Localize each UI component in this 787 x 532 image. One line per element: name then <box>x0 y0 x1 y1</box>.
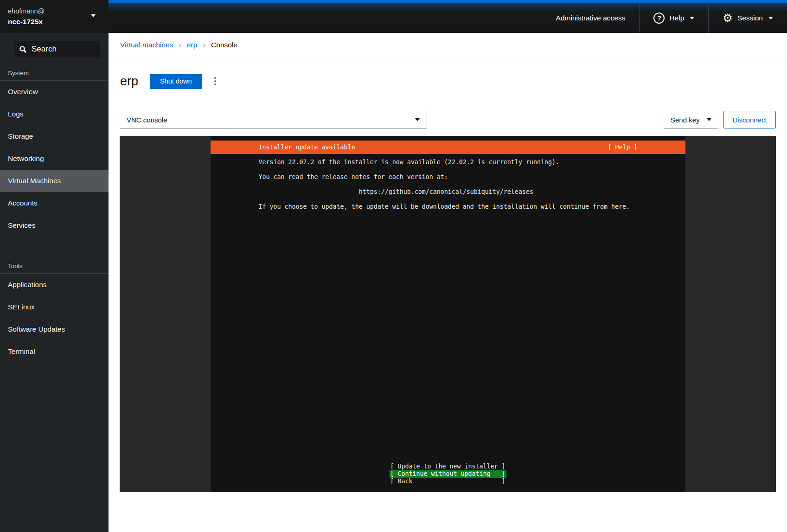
chevron-down-icon <box>690 17 694 19</box>
search-input[interactable] <box>32 45 96 54</box>
breadcrumb-virtual-machines[interactable]: Virtual machines <box>120 41 173 49</box>
host-name: ncc-1725x <box>8 16 101 27</box>
breadcrumb-console: Console <box>211 41 237 49</box>
sidebar-item-accounts[interactable]: Accounts <box>0 192 109 214</box>
send-key-dropdown[interactable]: Send key <box>664 111 718 128</box>
option-back[interactable]: [ Back ] <box>390 478 505 485</box>
breadcrumb: Virtual machines › erp › Console <box>109 33 787 57</box>
user-name: ehofmann@ <box>8 6 101 16</box>
user-menu[interactable]: ehofmann@ ncc-1725x <box>0 0 109 33</box>
kebab-menu-icon[interactable] <box>208 74 223 89</box>
search-box[interactable] <box>14 41 100 58</box>
chevron-down-icon <box>768 17 773 19</box>
console-type-select[interactable]: VNC console <box>120 111 427 128</box>
admin-access-label: Administrative access <box>542 3 640 33</box>
installer-line-version: Version 22.07.2 of the installer is now … <box>259 159 630 166</box>
page-title: erp <box>120 74 138 89</box>
nav-section-tools: Tools <box>0 250 109 273</box>
nav-section-system: System <box>0 58 109 80</box>
sidebar-item-storage[interactable]: Storage <box>0 125 109 147</box>
option-update-installer[interactable]: [ Update to the new installer ] <box>390 463 505 470</box>
console-type-value: VNC console <box>127 116 167 124</box>
installer-message: Version 22.07.2 of the installer is now … <box>259 159 630 218</box>
sidebar-item-services[interactable]: Services <box>0 214 109 237</box>
chevron-down-icon <box>415 118 420 121</box>
installer-line-update-info: If you choose to update, the update will… <box>259 203 630 211</box>
sidebar: ehofmann@ ncc-1725x System Overview Logs… <box>0 0 109 532</box>
disconnect-button[interactable]: Disconnect <box>723 111 776 128</box>
chevron-right-icon: › <box>179 40 181 50</box>
sidebar-item-terminal[interactable]: Terminal <box>0 340 109 363</box>
shut-down-button[interactable]: Shut down <box>150 74 202 89</box>
installer-header-title: Installer update available <box>259 144 355 151</box>
gear-icon: ⚙ <box>723 13 733 24</box>
help-menu[interactable]: ? Help <box>640 3 708 33</box>
search-icon <box>19 45 27 53</box>
masthead: Administrative access ? Help ⚙ Session <box>109 0 787 33</box>
installer-help-link[interactable]: [ Help ] <box>608 144 637 151</box>
breadcrumb-erp[interactable]: erp <box>187 41 197 49</box>
sidebar-item-software-updates[interactable]: Software Updates <box>0 318 109 340</box>
session-menu[interactable]: ⚙ Session <box>709 3 787 33</box>
top-accent-bar <box>109 0 787 3</box>
installer-header-bar: Installer update available [ Help ] <box>211 141 685 154</box>
sidebar-item-logs[interactable]: Logs <box>0 103 109 125</box>
sidebar-item-applications[interactable]: Applications <box>0 274 109 296</box>
sidebar-item-selinux[interactable]: SELinux <box>0 296 109 318</box>
chevron-down-icon <box>91 14 96 17</box>
session-label: Session <box>737 14 763 22</box>
help-icon: ? <box>653 13 665 24</box>
vnc-framebuffer[interactable]: Installer update available [ Help ] Vers… <box>211 136 685 492</box>
installer-line-release-notes: You can read the release notes for each … <box>259 173 630 181</box>
hotkey-underline: C <box>397 470 401 477</box>
console-toolbar: VNC console Send key Disconnect <box>109 111 787 128</box>
option-continue-without-updating[interactable]: [ Continue without updating ] <box>389 470 506 478</box>
chevron-right-icon: › <box>203 40 205 50</box>
sidebar-item-overview[interactable]: Overview <box>0 81 109 103</box>
sidebar-item-virtual-machines[interactable]: Virtual Machines <box>0 170 109 192</box>
installer-line-url: https://github.com/canonical/subiquity/r… <box>259 188 630 196</box>
installer-options: [ Update to the new installer ] [ Contin… <box>390 463 505 485</box>
chevron-down-icon <box>707 118 711 121</box>
send-key-label: Send key <box>671 116 700 124</box>
help-label: Help <box>669 14 684 22</box>
console-viewport: Installer update available [ Help ] Vers… <box>120 136 776 492</box>
sidebar-item-networking[interactable]: Networking <box>0 147 109 170</box>
main-content: Virtual machines › erp › Console erp Shu… <box>109 33 787 532</box>
page-header: erp Shut down <box>120 72 787 90</box>
